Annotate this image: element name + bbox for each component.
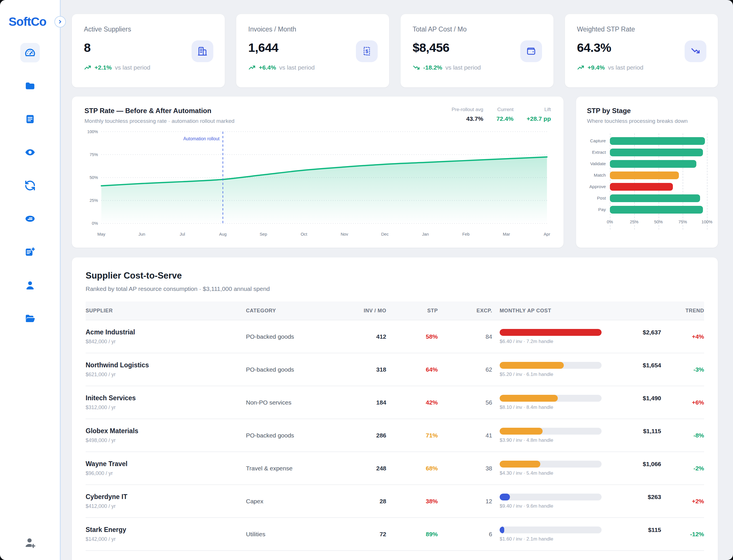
stage-bar-row — [610, 169, 707, 181]
supplier-name: Cyberdyne IT — [86, 493, 246, 501]
invoices-per-month: 28 — [340, 498, 386, 505]
stp-area-fill — [101, 157, 547, 223]
cost-bar-fill — [500, 362, 564, 369]
x-tick-label: Jun — [139, 232, 145, 236]
sidebar-item-payments[interactable] — [20, 209, 40, 228]
exception-count: 41 — [438, 432, 492, 439]
supplier-annual-spend: $842,000 / yr — [86, 339, 246, 345]
table-row[interactable]: Cyberdyne IT $412,000 / yr Capex 28 38% … — [86, 484, 704, 517]
table-row[interactable]: Initech Services $312,000 / yr Non-PO se… — [86, 386, 704, 419]
y-tick-label: 100% — [87, 129, 98, 134]
supplier-annual-spend: $142,000 / yr — [86, 536, 246, 542]
cost-bar-track — [500, 527, 602, 533]
stp-trend-subtitle: Monthly touchless processing rate · auto… — [84, 118, 235, 124]
kpi-note: vs last period — [608, 64, 643, 71]
y-tick-label: 0% — [92, 221, 98, 226]
main-content: Active Suppliers 8 +2.1% vs last period … — [61, 0, 733, 560]
sync-icon — [24, 180, 36, 191]
stage-label: Extract — [587, 147, 610, 158]
stage-chart-title: STP by Stage — [587, 107, 707, 115]
table-row[interactable]: Acme Industrial $842,000 / yr PO-backed … — [86, 320, 704, 353]
invoices-per-month: 248 — [340, 465, 386, 472]
sidebar-item-folders[interactable] — [20, 76, 40, 96]
sidebar-item-review[interactable] — [20, 143, 40, 162]
sidebar-nav — [0, 43, 60, 328]
kpi-note: vs last period — [279, 64, 315, 71]
supplier-category: PO-backed goods — [246, 432, 340, 439]
sidebar-item-dashboard[interactable] — [20, 43, 40, 62]
stage-x-tick-label: 75% — [678, 219, 687, 224]
sidebar-item-create-document[interactable] — [20, 242, 40, 262]
supplier-category: Travel & expense — [246, 465, 340, 472]
kpi-card-active-suppliers: Active Suppliers 8 +2.1% vs last period — [72, 14, 225, 88]
x-tick-label: Mar — [503, 232, 510, 236]
stage-gridline — [707, 133, 708, 230]
stat-current: Current 72.4% — [496, 107, 514, 122]
add-user-button[interactable] — [23, 536, 37, 550]
sidebar-collapse-button[interactable] — [54, 16, 66, 27]
table-title: Supplier Cost-to-Serve — [86, 271, 704, 281]
supplier-cost-table-card: Supplier Cost-to-Serve Ranked by total A… — [72, 257, 718, 560]
monthly-ap-cost-cell: $2,637 $6.40 / inv · 7.2m handle — [492, 329, 661, 344]
stp-rate-value: 68% — [386, 465, 438, 472]
x-tick-label: Jul — [180, 232, 185, 236]
col-monthly-ap-cost: MONTHLY AP COST — [492, 308, 661, 314]
supplier-name: Initech Services — [86, 394, 246, 402]
table-row[interactable]: Stark Energy $142,000 / yr Utilities 72 … — [86, 517, 704, 550]
sidebar-item-sync[interactable] — [20, 176, 40, 195]
exception-count: 56 — [438, 399, 492, 406]
y-tick-label: 50% — [90, 175, 98, 180]
automation-rollout-label: Automation rollout — [183, 136, 220, 141]
trend-value: -8% — [661, 432, 704, 439]
supplier-category: PO-backed goods — [246, 333, 340, 340]
monthly-ap-cost-cell: $115 $1.60 / inv · 2.1m handle — [492, 527, 661, 542]
table-row[interactable]: Northwind Logistics $621,000 / yr PO-bac… — [86, 353, 704, 386]
gauge-icon — [24, 47, 36, 58]
sidebar-item-users[interactable] — [20, 275, 40, 295]
kpi-delta: +6.4% — [259, 64, 276, 71]
x-tick-label: May — [97, 232, 105, 236]
payments-icon — [24, 213, 36, 224]
cost-amount: $1,654 — [602, 362, 661, 369]
col-excp: EXCP. — [438, 308, 492, 314]
trend-down-icon — [690, 46, 701, 57]
kpi-card-invoices-month: Invoices / Month 1,644 +6.4% vs last per… — [236, 14, 389, 88]
kpi-row: Active Suppliers 8 +2.1% vs last period … — [72, 14, 718, 88]
sidebar-item-files[interactable] — [20, 309, 40, 328]
folder-icon — [24, 80, 36, 92]
stage-bar-row — [610, 181, 707, 192]
cost-amount: $1,115 — [602, 428, 661, 435]
cost-note: $6.40 / inv · 7.2m handle — [500, 339, 661, 344]
kpi-card-weighted-stp-rate: Weighted STP Rate 64.3% +9.4% vs last pe… — [565, 14, 718, 88]
document-icon — [24, 113, 36, 125]
exception-count: 38 — [438, 465, 492, 472]
monthly-ap-cost-cell: $1,115 $3.90 / inv · 4.8m handle — [492, 428, 661, 443]
sidebar-item-documents[interactable] — [20, 109, 40, 129]
stp-rate-value: 71% — [386, 432, 438, 439]
cost-amount: $263 — [602, 494, 661, 500]
kpi-note: vs last period — [446, 64, 481, 71]
supplier-category: Non-PO services — [246, 399, 340, 406]
stp-rate-value: 64% — [386, 366, 438, 373]
stage-label: Match — [587, 169, 610, 181]
stage-label: Validate — [587, 158, 610, 169]
cost-bar-track — [500, 494, 602, 500]
stage-bar-row — [610, 135, 707, 147]
cost-bar-fill — [500, 527, 504, 533]
sidebar-footer — [0, 536, 60, 550]
table-row[interactable]: Globex Materials $498,000 / yr PO-backed… — [86, 419, 704, 451]
stage-x-tick-label: 50% — [654, 219, 663, 224]
kpi-delta: +2.1% — [94, 64, 112, 71]
x-tick-label: Dec — [381, 232, 389, 236]
cost-note: $5.20 / inv · 6.1m handle — [500, 372, 661, 377]
stage-label: Pay — [587, 204, 610, 215]
table-row[interactable]: Wayne Travel $96,000 / yr Travel & expen… — [86, 451, 704, 484]
kpi-label: Invoices / Month — [248, 25, 377, 33]
cost-bar-fill — [500, 494, 510, 500]
cost-bar-track — [500, 395, 602, 402]
supplier-name: Stark Energy — [86, 526, 246, 534]
stp-trend-title: STP Rate — Before & After Automation — [84, 107, 235, 115]
kpi-note: vs last period — [115, 64, 150, 71]
invoices-per-month: 184 — [340, 399, 386, 406]
monthly-ap-cost-cell: $1,490 $8.10 / inv · 8.4m handle — [492, 395, 661, 410]
